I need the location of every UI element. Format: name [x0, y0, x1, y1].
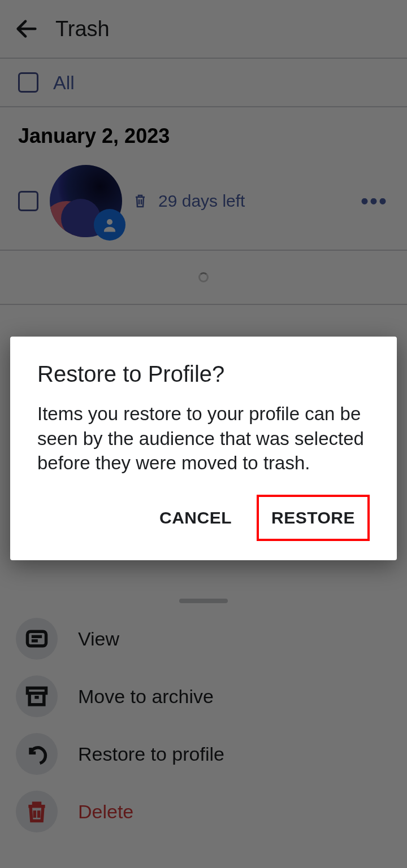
restore-dialog: Restore to Profile? Items you restore to… — [10, 337, 397, 560]
dialog-actions: CANCEL RESTORE — [37, 495, 370, 541]
dialog-body: Items you restore to your profile can be… — [37, 402, 370, 476]
cancel-button[interactable]: CANCEL — [149, 500, 242, 535]
restore-button[interactable]: RESTORE — [257, 495, 370, 541]
dialog-title: Restore to Profile? — [37, 361, 370, 387]
